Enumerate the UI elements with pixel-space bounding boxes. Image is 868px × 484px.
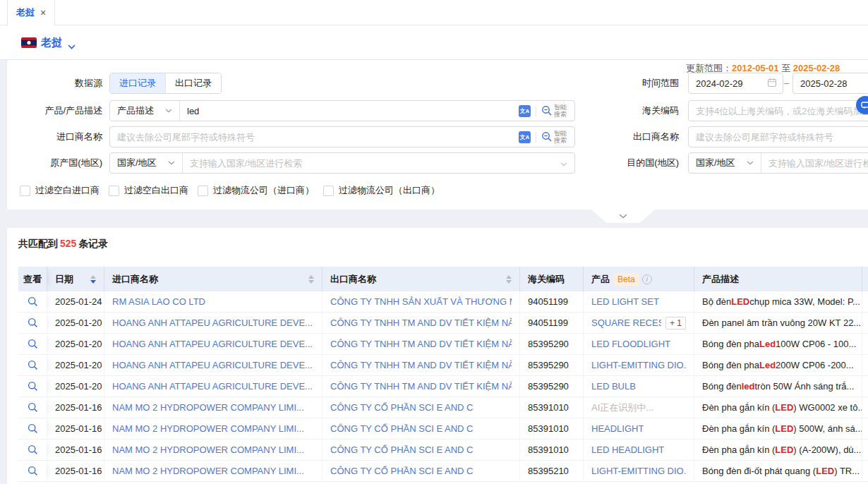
view-record-button[interactable] [18,376,47,397]
origin-country-input[interactable] [183,153,560,173]
laos-flag-icon [21,37,37,48]
view-record-button[interactable] [18,355,47,375]
exporter-link[interactable]: CÔNG TY CỔ PHẦN SCI E AND C [330,402,474,413]
filter-checkbox[interactable]: 过滤物流公司（出口商） [323,184,440,197]
filter-checkbox[interactable]: 过滤空白进口商 [20,184,100,197]
view-record-button[interactable] [18,313,47,333]
product-cell: LED BULB [584,376,694,397]
exporter-link[interactable]: CÔNG TY TNHH TM AND DV TIẾT KIỆM NĂ... [330,317,512,328]
product-link[interactable]: LED BULB [591,381,636,392]
checkbox-icon[interactable] [109,186,119,196]
toggle-import-records[interactable]: 进口记录 [110,73,165,93]
product-type-select[interactable]: 产品描述 [110,101,180,121]
chevron-down-icon[interactable] [68,41,76,52]
product-link[interactable]: LIGHT-EMITTING DIO... [591,360,686,370]
importer-link[interactable]: HOANG ANH ATTAPEU AGRICULTURE DEVE... [112,317,313,328]
chevron-down-icon [747,161,754,165]
record-date: 2025-01-16 [47,397,104,418]
info-icon[interactable]: i [642,274,652,284]
checkbox-icon[interactable] [20,186,30,196]
divider [536,106,536,116]
importer-link[interactable]: NAM MO 2 HYDROPOWER COMPANY LIMI... [112,444,304,455]
smart-search-label: 智能搜索 [554,130,568,144]
view-record-button[interactable] [18,334,47,354]
importer-link[interactable]: NAM MO 2 HYDROPOWER COMPANY LIMI... [112,423,304,434]
exporter-link[interactable]: CÔNG TY CỔ PHẦN SCI E AND C [330,466,474,476]
importer-link[interactable]: HOANG ANH ATTAPEU AGRICULTURE DEVE... [112,339,313,349]
importer-link[interactable]: HOANG ANH ATTAPEU AGRICULTURE DEVE... [112,360,313,370]
record-date: 2025-01-20 [47,313,104,333]
translate-icon[interactable]: 文A [519,105,531,117]
importer-cell: HOANG ANH ATTAPEU AGRICULTURE DEVE... [104,376,323,397]
exporter-input[interactable] [688,126,868,147]
tab-laos[interactable]: 老挝 × [7,0,55,25]
exporter-link[interactable]: CÔNG TY TNHH SẢN XUẤT VÀ THƯƠNG M... [330,296,512,307]
summary-suffix: 条记录 [78,238,108,249]
dest-country-input[interactable] [761,153,868,173]
results-panel: 共匹配到525条记录 查看 日期 进口商名称 出口商名称 [7,228,868,484]
exporter-link[interactable]: CÔNG TY CỔ PHẦN SCI E AND C [330,444,474,455]
view-record-button[interactable] [18,440,47,460]
product-link[interactable]: HEADLIGHT [591,423,644,434]
product-link[interactable]: SQUARE RECESS... [591,317,661,328]
product-link[interactable]: LED FLOODLIGHT [591,339,670,349]
close-icon[interactable]: × [40,8,46,18]
exporter-link[interactable]: CÔNG TY CỔ PHẦN SCI E AND C [330,423,474,434]
dest-country-select[interactable]: 国家/地区 [689,153,761,173]
view-record-button[interactable] [18,418,47,439]
sort-exporter[interactable] [500,275,512,284]
filter-checkbox[interactable]: 过滤空白出口商 [109,184,188,197]
origin-country-select[interactable]: 国家/地区 [110,153,183,173]
product-search-input[interactable] [180,101,512,121]
product-link[interactable]: LED LIGHT SET [591,296,659,307]
checkbox-icon[interactable] [323,186,334,196]
filter-checkbox[interactable]: 过滤物流公司（进口商） [198,184,314,197]
filter-checkboxes: 过滤空白进口商 过滤空白出口商 过滤物流公司（进口商） 过滤物流公司（出口商） [20,184,440,197]
product-link[interactable]: LED HEADLIGHT [591,444,664,455]
table-row: 2025-01-24 RM ASIA LAO CO LTD CÔNG TY TN… [18,291,868,313]
exporter-link[interactable]: CÔNG TY TNHH TM AND DV TIẾT KIỆM NĂ... [330,339,512,349]
view-record-button[interactable] [18,461,47,481]
exporter-field[interactable] [689,127,868,147]
product-description: Đèn pha gắn kín (LED) 500W, ánh sá... [694,418,862,439]
date-end-field[interactable] [793,73,868,93]
collapse-filters-button[interactable] [591,210,655,223]
checkbox-icon[interactable] [198,186,208,196]
col-date[interactable]: 日期 [47,267,104,291]
date-start-field[interactable] [689,73,767,93]
hs-code-field[interactable] [689,101,868,121]
importer-input[interactable] [110,127,512,147]
chevron-down-icon[interactable] [560,158,574,169]
product-cell: LIGHT-EMITTING DIO... [584,355,694,375]
importer-link[interactable]: NAM MO 2 HYDROPOWER COMPANY LIMI... [112,466,304,476]
magnifier-icon [28,423,38,434]
importer-link[interactable]: HOANG ANH ATTAPEU AGRICULTURE DEVE... [112,381,313,392]
date-start-input[interactable] [688,73,783,94]
more-products-tag[interactable]: + 1 [665,317,686,329]
exporter-link[interactable]: CÔNG TY TNHH TM AND DV TIẾT KIỆM NĂ... [330,381,512,392]
product-description: Đèn pha gắn kín (LED) (A-200W), dù... [694,440,862,460]
chevron-down-icon [165,109,172,113]
view-record-button[interactable] [18,397,47,418]
record-date: 2025-01-16 [47,418,104,439]
smart-search-button[interactable]: 智能搜索 [541,130,568,144]
table-row: 2025-01-16 NAM MO 2 HYDROPOWER COMPANY L… [18,418,868,440]
smart-search-button[interactable]: 智能搜索 [541,104,568,118]
sort-date[interactable] [85,275,96,284]
importer-link[interactable]: NAM MO 2 HYDROPOWER COMPANY LIMI... [112,402,304,413]
col-importer[interactable]: 进口商名称 [104,267,323,291]
sort-importer[interactable] [303,275,314,284]
calendar-icon[interactable] [767,78,783,90]
exporter-link[interactable]: CÔNG TY TNHH TM AND DV TIẾT KIỆM NĂ... [330,360,512,370]
hs-code-input[interactable] [688,100,868,121]
view-record-button[interactable] [18,291,47,312]
country-selector[interactable]: 老挝 [41,36,62,49]
date-end-input[interactable] [792,73,868,94]
translate-icon[interactable]: 文A [519,131,531,143]
table-row: 2025-01-16 NAM MO 2 HYDROPOWER COMPANY L… [18,461,868,482]
col-exporter[interactable]: 出口商名称 [323,267,520,291]
toggle-export-records[interactable]: 出口记录 [165,73,221,93]
importer-link[interactable]: RM ASIA LAO CO LTD [112,296,205,307]
product-link[interactable]: LIGHT-EMITTING DIO... [591,466,686,476]
product-link[interactable]: AI正在识别中... [591,401,653,414]
